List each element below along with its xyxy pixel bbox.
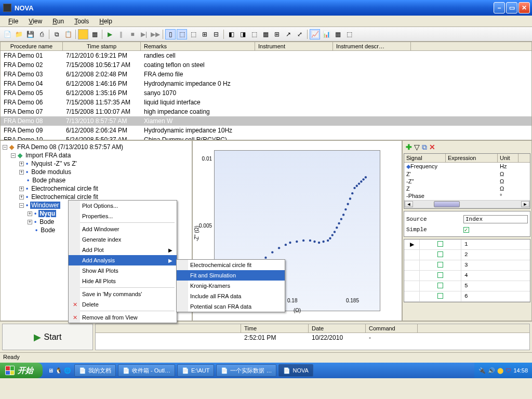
- menu-item[interactable]: Plot Options...: [69, 201, 177, 211]
- menu-item[interactable]: Generate index: [69, 234, 177, 245]
- command-log[interactable]: Time Date Command 2:52:01 PM 10/22/2010 …: [95, 324, 530, 350]
- menu-run[interactable]: Run: [48, 17, 68, 26]
- tree-sub[interactable]: Bode: [39, 227, 56, 234]
- tb-tool7-icon[interactable]: ⤢: [295, 29, 305, 39]
- taskbar-item[interactable]: 📄NOVA: [278, 364, 313, 377]
- signal-row[interactable]: -Z''Ω: [404, 178, 530, 185]
- scroll-thumb[interactable]: [434, 201, 460, 207]
- tb-tool2-icon[interactable]: ◨: [237, 29, 248, 39]
- expand-icon[interactable]: +: [19, 170, 24, 175]
- tb-panel4-icon[interactable]: ⊞: [200, 29, 210, 39]
- tray-icon[interactable]: ⬤: [497, 367, 503, 374]
- tb-panel5-icon[interactable]: ⊟: [211, 29, 221, 39]
- tb-stop-icon[interactable]: ■: [127, 29, 138, 39]
- tree-windower[interactable]: Windower: [30, 202, 60, 209]
- procedure-grid[interactable]: Procedure name Time stamp Remarks Instru…: [0, 42, 532, 140]
- add-icon[interactable]: ✚: [406, 143, 412, 151]
- signal-row[interactable]: Z'Ω: [404, 170, 530, 178]
- col-instrument[interactable]: Instrument: [255, 42, 333, 50]
- tb-copy-icon[interactable]: ⧉: [51, 29, 62, 39]
- tree-item[interactable]: Bode modulus: [30, 168, 72, 176]
- menu-view[interactable]: View: [24, 17, 46, 26]
- col-remarks[interactable]: Remarks: [141, 42, 255, 50]
- start-button[interactable]: ▶ Start: [2, 324, 93, 350]
- tb-table-icon[interactable]: ▦: [332, 29, 343, 39]
- tb-chart1-icon[interactable]: 📈: [310, 29, 320, 39]
- menu-item[interactable]: Potential scan FRA data: [177, 301, 285, 312]
- tree-item[interactable]: Nyquist -Z'' vs Z': [30, 160, 78, 167]
- tb-panel2-icon[interactable]: ⬚: [177, 29, 187, 39]
- col-expression[interactable]: Expression: [446, 154, 498, 162]
- tree-item[interactable]: Electrochemical circle fit: [30, 193, 99, 201]
- tb-play-icon[interactable]: ▶: [104, 29, 115, 39]
- signal-row[interactable]: ◆FrequencyHz: [404, 163, 530, 170]
- tb-cfg-icon[interactable]: ⬚: [344, 29, 354, 39]
- data-tree[interactable]: −◆FRA Demo 08 (7/13/2010 8:57:57 AM) −◆I…: [0, 140, 192, 321]
- index-row[interactable]: 3: [404, 260, 530, 271]
- maximize-button[interactable]: ▭: [506, 2, 517, 14]
- tb-new-icon[interactable]: 📄: [2, 29, 12, 39]
- tb-chart2-icon[interactable]: 📊: [321, 29, 331, 39]
- source-value[interactable]: Index: [463, 215, 528, 223]
- tb-save-icon[interactable]: 💾: [25, 29, 35, 39]
- menu-tools[interactable]: Tools: [70, 17, 93, 26]
- tree-item[interactable]: Electrochemical circle fit: [30, 185, 99, 192]
- filter-icon[interactable]: ▽: [414, 143, 420, 151]
- signal-row[interactable]: -Phase°: [404, 192, 530, 200]
- menu-item[interactable]: Add Windower: [69, 224, 177, 234]
- tb-next-icon[interactable]: ▶|: [139, 29, 149, 39]
- system-tray[interactable]: 🔌 🔊 ⬤ 🛡 14:58: [474, 363, 532, 378]
- table-row[interactable]: FRA Demo 036/12/2008 2:02:48 PMFRA demo …: [1, 70, 531, 79]
- table-row[interactable]: FRA Demo 077/15/2008 11:00:07 AMhigh imp…: [1, 107, 531, 116]
- expand-icon[interactable]: +: [19, 187, 24, 191]
- table-row[interactable]: FRA Demo 087/13/2010 8:57:57 AMXiamen W: [1, 116, 531, 126]
- taskbar-item[interactable]: 📄E:\AUT: [177, 364, 214, 377]
- taskbar-item[interactable]: 📄收件箱 - Outl…: [118, 364, 175, 377]
- menu-item[interactable]: Hide All Plots: [69, 276, 177, 286]
- tray-icon[interactable]: 🔌: [478, 367, 486, 374]
- index-row[interactable]: 4: [404, 271, 530, 281]
- expand-icon[interactable]: +: [28, 220, 32, 224]
- col-procedure-name[interactable]: Procedure name: [1, 42, 63, 50]
- signal-table[interactable]: Signal Expression Unit ◆FrequencyHzZ'Ω-Z…: [404, 153, 530, 209]
- quick-launch-icon[interactable]: 🌐: [64, 367, 71, 374]
- tree-import[interactable]: Import FRA data: [24, 152, 72, 159]
- close-button[interactable]: ✕: [518, 2, 530, 14]
- collapse-icon[interactable]: −: [11, 153, 16, 158]
- taskbar-item[interactable]: 📄一个实际数据 …: [216, 364, 276, 377]
- menu-item[interactable]: Add Plot▶: [69, 245, 177, 255]
- log-row[interactable]: 2:52:01 PM 10/22/2010 -: [96, 333, 529, 342]
- menu-item[interactable]: Fit and Simulation: [177, 270, 285, 281]
- index-row[interactable]: 5: [404, 281, 530, 291]
- table-row[interactable]: FRA Demo 017/12/2010 6:19:21 PMrandles c…: [1, 51, 531, 60]
- tree-sub[interactable]: Nyqu: [38, 210, 56, 217]
- index-row[interactable]: ▶1: [404, 240, 530, 250]
- menu-item[interactable]: Show All Plots: [69, 265, 177, 276]
- col-instrument-desc[interactable]: Instrument descr…: [333, 42, 411, 50]
- tb-open-icon[interactable]: 📁: [14, 29, 24, 39]
- expand-icon[interactable]: +: [28, 211, 32, 216]
- table-row[interactable]: FRA Demo 046/12/2008 1:46:16 PMHydrodyna…: [1, 79, 531, 88]
- collapse-icon[interactable]: −: [3, 145, 7, 150]
- tb-panel3-icon[interactable]: ⬚: [188, 29, 198, 39]
- minimize-button[interactable]: –: [494, 2, 505, 14]
- col-date[interactable]: Date: [309, 324, 366, 332]
- tree-sub[interactable]: Bode: [38, 218, 55, 225]
- tree-root[interactable]: FRA Demo 08 (7/13/2010 8:57:57 AM): [16, 143, 124, 151]
- tb-tool1-icon[interactable]: ◧: [226, 29, 236, 39]
- col-command[interactable]: Command: [366, 324, 418, 332]
- tb-tool4-icon[interactable]: ▦: [260, 29, 271, 39]
- tb-pause-icon[interactable]: ‖: [116, 29, 126, 39]
- tray-icon[interactable]: 🔊: [488, 367, 495, 374]
- scroll-left-icon[interactable]: ◄: [405, 201, 413, 207]
- menu-item[interactable]: Electrochemical circle fit: [177, 260, 285, 270]
- menu-item[interactable]: Include all FRA data: [177, 291, 285, 301]
- delete-icon[interactable]: ✕: [429, 143, 435, 151]
- start-menu-button[interactable]: 开始: [0, 363, 43, 378]
- menu-help[interactable]: Help: [95, 17, 116, 26]
- expand-icon[interactable]: +: [19, 195, 24, 200]
- copy-icon[interactable]: ⧉: [422, 143, 427, 152]
- table-row[interactable]: FRA Demo 067/15/2008 11:57:35 AMliquid l…: [1, 98, 531, 107]
- col-time[interactable]: Time: [241, 324, 309, 332]
- menu-item[interactable]: Kronig-Kramers: [177, 281, 285, 291]
